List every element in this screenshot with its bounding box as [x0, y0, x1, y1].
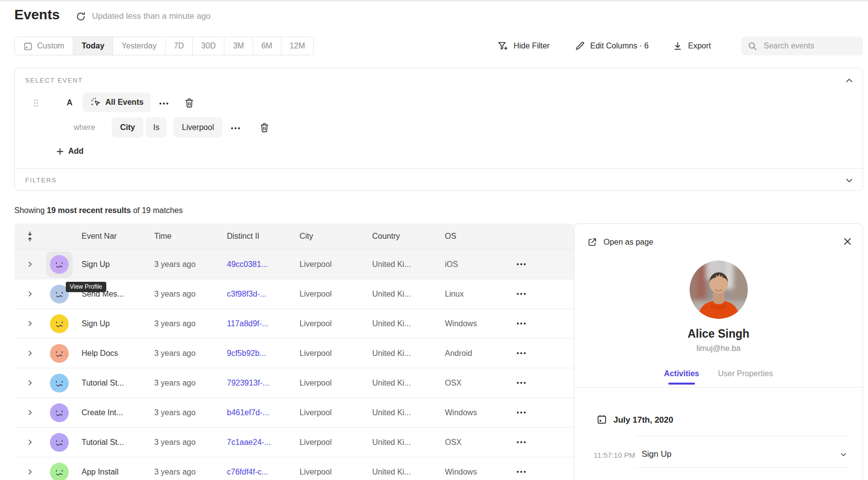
row-more-options-button[interactable]	[517, 471, 526, 473]
column-header[interactable]: City	[292, 232, 364, 241]
column-header[interactable]: Distinct II	[219, 232, 292, 241]
table-row[interactable]: App Install 3 years ago c76fdf4f-c... Li…	[14, 457, 574, 480]
event-selector-button[interactable]: All Events	[83, 92, 151, 112]
column-header[interactable]: OS	[437, 232, 510, 241]
row-more-options-button[interactable]	[517, 293, 526, 295]
expand-activity-button[interactable]	[840, 451, 847, 458]
country-value: United Ki...	[364, 319, 437, 328]
date-tab-3m[interactable]: 3M	[224, 37, 253, 55]
expand-filters-button[interactable]	[845, 176, 854, 185]
row-expand-button[interactable]	[14, 261, 45, 268]
distinct-id-link[interactable]: c76fdf4f-c...	[219, 468, 292, 477]
search-box[interactable]	[741, 37, 863, 55]
close-panel-button[interactable]	[843, 237, 852, 246]
external-link-icon	[587, 237, 597, 247]
user-avatar[interactable]	[46, 251, 73, 278]
export-button[interactable]: Export	[673, 37, 711, 55]
city-value: Liverpool	[292, 290, 364, 299]
page-title: Events	[14, 7, 60, 23]
row-expand-button[interactable]	[14, 438, 45, 446]
row-more-options-button[interactable]	[517, 322, 526, 325]
trash-icon	[259, 122, 270, 133]
row-expand-button[interactable]	[14, 379, 45, 387]
row-expand-button[interactable]	[14, 468, 45, 476]
user-avatar[interactable]	[49, 314, 69, 334]
filter-operator-button[interactable]: Is	[146, 117, 167, 137]
hide-filter-button[interactable]: Hide Filter	[497, 37, 550, 55]
profile-tab-label: User Properties	[718, 369, 773, 378]
date-tab-30d[interactable]: 30D	[193, 37, 224, 55]
table-row[interactable]: Create Int... 3 years ago b461ef7d-... L…	[14, 398, 574, 428]
row-expand-button[interactable]	[14, 320, 45, 327]
table-row[interactable]: Sign Up 3 years ago 49cc0381... Liverpoo…	[14, 250, 574, 279]
user-avatar[interactable]	[49, 433, 69, 452]
user-avatar[interactable]	[49, 373, 69, 393]
row-more-options-button[interactable]	[517, 382, 526, 384]
open-as-page-button[interactable]: Open as page	[587, 237, 653, 247]
column-header[interactable]: Country	[364, 232, 437, 241]
chevron-down-icon	[845, 176, 854, 185]
date-tab-label: 6M	[261, 42, 272, 50]
distinct-id-link[interactable]: 49cc0381...	[219, 260, 292, 269]
filter-value-button[interactable]: Liverpool	[174, 117, 222, 137]
table-row[interactable]: Sign Up 3 years ago 117a8d9f-... Liverpo…	[14, 309, 574, 339]
filter-more-options-button[interactable]	[231, 127, 240, 130]
tab-activities[interactable]: Activities	[664, 369, 699, 386]
country-value: United Ki...	[364, 408, 437, 417]
pencil-icon	[575, 41, 585, 51]
drag-handle-icon[interactable]	[33, 99, 39, 107]
refresh-button[interactable]	[75, 10, 87, 22]
date-tab-7d[interactable]: 7D	[166, 37, 193, 55]
table-row[interactable]: Tutorial St... 3 years ago 7c1aae24-... …	[14, 428, 574, 457]
results-count: 19 most recent results	[47, 206, 131, 215]
row-expand-button[interactable]	[14, 409, 45, 416]
delete-event-button[interactable]	[184, 97, 195, 108]
chevron-right-icon	[26, 438, 34, 446]
user-avatar[interactable]	[49, 403, 69, 423]
date-tab-12m[interactable]: 12M	[281, 37, 313, 55]
close-icon	[843, 237, 852, 246]
table-row[interactable]: Tutorial St... 3 years ago 7923913f-... …	[14, 368, 574, 398]
date-tab-custom[interactable]: Custom	[15, 37, 73, 55]
search-input[interactable]	[763, 41, 867, 51]
collapse-section-button[interactable]	[845, 76, 854, 85]
row-more-options-button[interactable]	[517, 411, 526, 414]
event-time: 3 years ago	[146, 438, 219, 447]
column-header[interactable]: Time	[146, 232, 219, 241]
user-avatar[interactable]	[49, 344, 69, 363]
sort-rows-button[interactable]	[14, 231, 45, 242]
filters-label: FILTERS	[25, 176, 57, 184]
edit-columns-button[interactable]: Edit Columns · 6	[575, 37, 649, 55]
delete-filter-button[interactable]	[259, 122, 270, 133]
row-expand-button[interactable]	[14, 349, 45, 357]
more-dots-icon	[517, 411, 526, 414]
distinct-id-link[interactable]: 117a8d9f-...	[219, 319, 292, 328]
city-value: Liverpool	[292, 260, 364, 269]
more-dots-icon	[517, 293, 526, 295]
date-tab-6m[interactable]: 6M	[253, 37, 281, 55]
column-header[interactable]: Event Nar	[74, 232, 146, 241]
download-icon	[673, 41, 683, 51]
distinct-id-link[interactable]: b461ef7d-...	[219, 408, 292, 417]
calendar-icon	[597, 414, 607, 425]
row-more-options-button[interactable]	[517, 263, 526, 265]
event-time: 3 years ago	[146, 260, 219, 269]
row-expand-button[interactable]	[14, 290, 45, 298]
row-more-options-button[interactable]	[517, 352, 526, 354]
date-tab-today[interactable]: Today	[73, 37, 113, 55]
distinct-id-link[interactable]: c3f98f3d-...	[219, 290, 292, 299]
row-more-options-button[interactable]	[517, 441, 526, 443]
tab-user-properties[interactable]: User Properties	[718, 369, 773, 386]
distinct-id-link[interactable]: 7923913f-...	[219, 379, 292, 388]
country-value: United Ki...	[364, 290, 437, 299]
user-avatar[interactable]	[49, 462, 69, 480]
distinct-id-link[interactable]: 9cf5b92b...	[219, 349, 292, 358]
event-more-options-button[interactable]	[159, 102, 169, 105]
distinct-id-link[interactable]: 7c1aae24-...	[219, 438, 292, 447]
filter-property-button[interactable]: City	[112, 117, 143, 137]
edit-columns-label: Edit Columns · 6	[590, 42, 649, 50]
date-tab-yesterday[interactable]: Yesterday	[113, 37, 166, 55]
table-row[interactable]: Help Docs 3 years ago 9cf5b92b... Liverp…	[14, 339, 574, 368]
add-query-row-button[interactable]: Add	[56, 147, 84, 156]
more-dots-icon	[517, 352, 526, 354]
